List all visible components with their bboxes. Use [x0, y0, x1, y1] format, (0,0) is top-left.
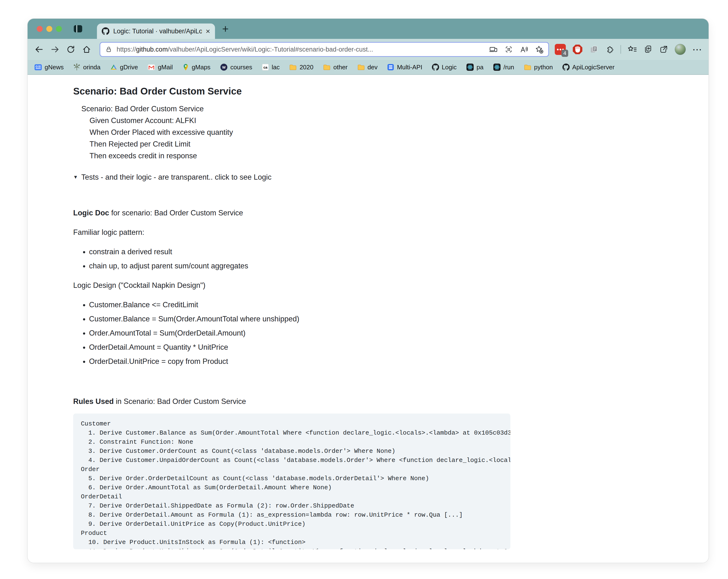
bullet-item: Order.AmountTotal = Sum(OrderDetail.Amou…: [89, 327, 510, 339]
bookmark-item[interactable]: gMaps: [182, 63, 210, 71]
gmail-icon: [148, 63, 155, 71]
ca-icon: ca: [262, 63, 269, 71]
bullet-item: Customer.Balance <= CreditLimit: [89, 299, 510, 311]
rules-code-block[interactable]: Customer 1. Derive Customer.Balance as S…: [73, 414, 510, 549]
collections-add-icon[interactable]: [644, 45, 653, 54]
url-path: /valhuber/ApiLogicServer/wiki/Logic:-Tut…: [168, 46, 373, 53]
react-icon: [466, 63, 474, 71]
bookmark-label: python: [534, 63, 553, 71]
bookmark-item[interactable]: ApiLogicServer: [563, 63, 615, 71]
tab-bar: Logic: Tutorial · valhuber/ApiLo × +: [28, 19, 708, 39]
logic-doc-line: Logic Doc for scenario: Bad Order Custom…: [73, 207, 510, 219]
design-bullet-list: Customer.Balance <= CreditLimitCustomer.…: [73, 299, 510, 367]
bookmark-item[interactable]: gMail: [148, 63, 173, 71]
browser-window: Logic: Tutorial · valhuber/ApiLo × + htt…: [28, 19, 708, 563]
home-icon[interactable]: [81, 44, 92, 55]
send-to-device-icon[interactable]: [489, 45, 498, 53]
familiar-pattern-label: Familiar logic pattern:: [73, 227, 510, 238]
svg-text:W: W: [222, 65, 226, 69]
minimize-window-button[interactable]: [46, 26, 52, 32]
url-scheme: https://: [116, 46, 136, 53]
folder-icon: [289, 63, 297, 71]
refresh-icon[interactable]: [66, 44, 76, 55]
bookmark-item[interactable]: other: [323, 63, 347, 71]
navigation-toolbar: https://github.com/valhuber/ApiLogicServ…: [28, 39, 708, 60]
extensions-cluster: 4 ⋯: [555, 44, 702, 55]
bookmark-label: ApiLogicServer: [572, 63, 615, 71]
tab-close-icon[interactable]: ×: [206, 27, 210, 35]
share-icon[interactable]: [659, 45, 668, 54]
bookmark-label: /run: [503, 63, 514, 71]
tab-title: Logic: Tutorial · valhuber/ApiLo: [113, 28, 202, 35]
extension-badge: 4: [562, 50, 568, 57]
collections-grid-icon[interactable]: [504, 45, 513, 53]
bookmark-item[interactable]: orinda: [73, 63, 100, 71]
github-icon: [563, 63, 570, 71]
bookmark-label: other: [333, 63, 347, 71]
react-icon: [493, 63, 501, 71]
url-text: https://github.com/valhuber/ApiLogicServ…: [116, 46, 485, 53]
bookmark-label: courses: [230, 63, 252, 71]
browser-tab[interactable]: Logic: Tutorial · valhuber/ApiLo ×: [97, 24, 215, 39]
bookmark-item[interactable]: Logic: [432, 63, 457, 71]
github-favicon-icon: [102, 27, 109, 35]
back-icon[interactable]: [34, 44, 44, 55]
password-extension-icon[interactable]: 4: [555, 44, 566, 55]
bullet-item: constrain a derived result: [89, 246, 510, 258]
details-summary-text: Tests - and their logic - are transparen…: [81, 171, 271, 183]
bullet-item: OrderDetail.Amount = Quantity * UnitPric…: [89, 341, 510, 353]
profile-avatar[interactable]: [675, 44, 686, 55]
details-summary[interactable]: ▼ Tests - and their logic - are transpar…: [73, 171, 510, 183]
svg-text:ca: ca: [263, 65, 267, 69]
bookmark-item[interactable]: python: [524, 63, 553, 71]
new-tab-button[interactable]: +: [222, 23, 229, 34]
bookmark-label: lac: [271, 63, 280, 71]
page-title: Scenario: Bad Order Custom Service: [73, 86, 510, 97]
bookmark-item[interactable]: GgNews: [34, 63, 63, 71]
gmaps-icon: [182, 63, 189, 71]
folder-icon: [323, 63, 331, 71]
svg-text:G: G: [35, 65, 38, 68]
rules-code: Customer 1. Derive Customer.Balance as S…: [81, 419, 503, 549]
close-window-button[interactable]: [37, 26, 43, 32]
scenario-block: Scenario: Bad Order Custom ServiceGiven …: [73, 103, 510, 162]
clipboard-pages-icon[interactable]: [589, 45, 598, 54]
lock-icon[interactable]: [105, 46, 112, 53]
bookmark-item[interactable]: Wcourses: [220, 63, 252, 71]
bullet-item: OrderDetail.UnitPrice = copy from Produc…: [89, 356, 510, 367]
adblock-stop-icon[interactable]: [572, 44, 583, 55]
rules-used-label: Rules Used: [73, 397, 114, 405]
multiapi-icon: [387, 63, 394, 71]
zoom-window-button[interactable]: [56, 26, 62, 32]
settings-more-icon[interactable]: ⋯: [692, 45, 702, 54]
details-marker-icon: ▼: [73, 171, 78, 183]
bookmark-label: pa: [476, 63, 484, 71]
forward-icon[interactable]: [50, 44, 60, 55]
bookmark-item[interactable]: /run: [493, 63, 514, 71]
bookmark-label: Logic: [442, 63, 457, 71]
bookmarks-bar: GgNewsorindagDrivegMailgMapsWcoursescala…: [28, 60, 708, 75]
scenario-line: Scenario: Bad Order Custom Service: [73, 103, 510, 115]
add-favorite-star-icon[interactable]: [535, 45, 544, 54]
gnews-icon: G: [34, 63, 42, 71]
bookmark-item[interactable]: calac: [262, 63, 280, 71]
bookmark-item[interactable]: Multi-API: [387, 63, 422, 71]
address-bar[interactable]: https://github.com/valhuber/ApiLogicServ…: [100, 42, 549, 57]
bookmark-item[interactable]: dev: [357, 63, 378, 71]
bookmark-label: gMail: [158, 63, 173, 71]
bullet-item: Customer.Balance = Sum(Order.AmountTotal…: [89, 313, 510, 325]
url-host: github.com: [136, 46, 168, 53]
bookmark-item[interactable]: pa: [466, 63, 484, 71]
tab-overview-icon[interactable]: [73, 24, 83, 33]
scenario-line: Given Customer Account: ALFKI: [73, 115, 510, 126]
extensions-puzzle-icon[interactable]: [605, 45, 614, 54]
bookmark-label: gNews: [45, 63, 63, 71]
read-aloud-icon[interactable]: [519, 45, 528, 53]
scenario-line: Then Rejected per Credit Limit: [73, 138, 510, 150]
bookmark-item[interactable]: gDrive: [110, 63, 138, 71]
logic-doc-label: Logic Doc: [73, 209, 109, 217]
bookmark-item[interactable]: 2020: [289, 63, 313, 71]
favorites-list-icon[interactable]: [627, 45, 637, 54]
bookmark-label: gMaps: [192, 63, 210, 71]
flower-icon: [73, 63, 80, 71]
